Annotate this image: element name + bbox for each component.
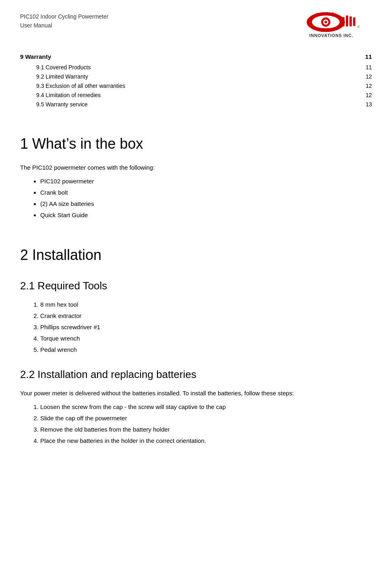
toc-sub-limited: 9.2 Limited Warranty 12 — [20, 73, 372, 81]
svg-rect-5 — [342, 17, 345, 27]
list-item: Loosen the screw from the cap - the scre… — [40, 402, 372, 412]
section-2: 2 Installation 2.1 Required Tools 8 mm h… — [20, 244, 372, 446]
section-2-2: 2.2 Installation and replacing batteries… — [20, 367, 372, 446]
company-logo: ® INNOVATIONS INC. — [299, 12, 372, 40]
list-item: Remove the old batteries from the batter… — [40, 425, 372, 434]
toc-main-warranty: 9 Warranty 11 — [20, 52, 372, 62]
list-item: PIC102 powermeter — [40, 177, 372, 186]
list-item: Torque wrench — [40, 334, 372, 343]
section-2-2-intro: Your power meter is delivered without th… — [20, 388, 372, 398]
list-item: (2) AA size batteries — [40, 199, 372, 209]
list-item: Place the new batteries in the holder in… — [40, 436, 372, 446]
section-1-heading: 1 What’s in the box — [20, 133, 372, 155]
svg-rect-8 — [353, 17, 355, 26]
toc-sub-covered: 9.1 Covered Products 11 — [20, 63, 372, 72]
toc-limitation-page: 12 — [365, 91, 372, 100]
toc-sub-service: 9.5 Warranty service 13 — [20, 100, 372, 109]
list-item: Slide the cap off the powermeter — [40, 413, 372, 423]
section-1: 1 What’s in the box The PIC102 powermete… — [20, 133, 372, 220]
document-title: PIC102 Indoor Cycling Powermeter User Ma… — [20, 12, 108, 30]
toc-service-title: 9.5 Warranty service — [36, 100, 88, 109]
toc-sub-limitation: 9.4 Limitation of remedies 12 — [20, 91, 372, 100]
toc-exclusion-title: 9.3 Exclusion of all other warranties — [36, 82, 125, 90]
list-item: Crank extractor — [40, 311, 372, 321]
battery-steps-list: Loosen the screw from the cap - the scre… — [20, 402, 372, 446]
list-item: Crank bolt — [40, 188, 372, 197]
list-item: Phillips screwdriver #1 — [40, 322, 372, 332]
svg-rect-7 — [349, 17, 352, 27]
toc-covered-title: 9.1 Covered Products — [36, 63, 91, 72]
logo-container: ® INNOVATIONS INC. — [299, 12, 372, 40]
toc-section: 9 Warranty 11 9.1 Covered Products 11 9.… — [20, 52, 372, 109]
title-line1: PIC102 Indoor Cycling Powermeter — [20, 12, 108, 21]
svg-text:INNOVATIONS INC.: INNOVATIONS INC. — [309, 33, 354, 38]
whats-in-box-list: PIC102 powermeter Crank bolt (2) AA size… — [20, 177, 372, 220]
toc-limitation-title: 9.4 Limitation of remedies — [36, 91, 101, 100]
required-tools-list: 8 mm hex tool Crank extractor Phillips s… — [20, 300, 372, 355]
toc-service-page: 13 — [365, 100, 372, 109]
list-item: 8 mm hex tool — [40, 300, 372, 309]
toc-exclusion-page: 12 — [365, 82, 372, 90]
section-2-1: 2.1 Required Tools 8 mm hex tool Crank e… — [20, 278, 372, 355]
list-item: Pedal wrench — [40, 345, 372, 355]
page-header: PIC102 Indoor Cycling Powermeter User Ma… — [20, 12, 372, 40]
toc-warranty-title: 9 Warranty — [20, 52, 51, 62]
toc-warranty-page: 11 — [365, 52, 372, 62]
section-2-1-heading: 2.1 Required Tools — [20, 278, 372, 294]
svg-line-10 — [322, 12, 322, 14]
toc-limited-title: 9.2 Limited Warranty — [36, 73, 88, 81]
title-line2: User Manual — [20, 21, 108, 30]
list-item: Quick Start Guide — [40, 210, 372, 220]
svg-text:®: ® — [357, 25, 360, 29]
section-1-intro: The PIC102 powermeter comes with the fol… — [20, 163, 372, 172]
svg-rect-6 — [346, 15, 348, 26]
toc-limited-page: 12 — [365, 73, 372, 81]
section-2-2-heading: 2.2 Installation and replacing batteries — [20, 367, 372, 382]
toc-covered-page: 11 — [365, 63, 372, 72]
svg-point-4 — [324, 21, 327, 24]
section-2-heading: 2 Installation — [20, 244, 372, 266]
toc-sub-exclusion: 9.3 Exclusion of all other warranties 12 — [20, 82, 372, 90]
